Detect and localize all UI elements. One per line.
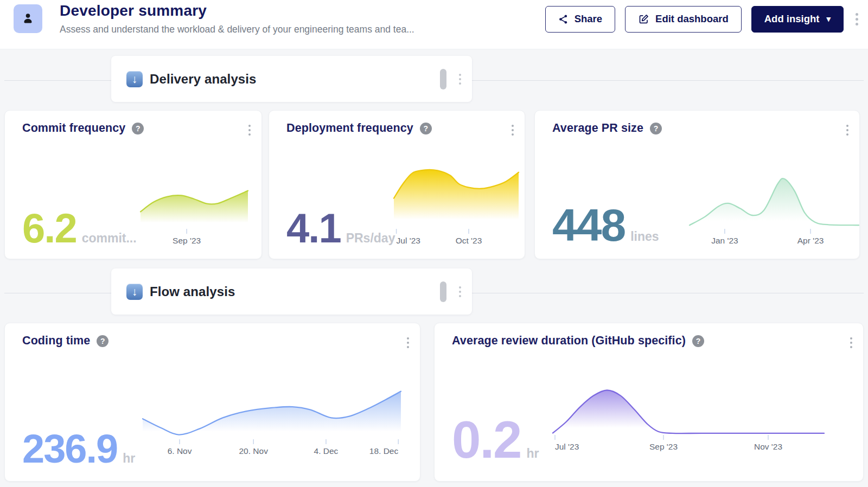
page-title: Developer summary: [60, 2, 207, 20]
page-header: Developer summary Assess and understand …: [0, 0, 868, 49]
person-icon: [21, 11, 35, 26]
card-menu-kebab-icon[interactable]: [246, 123, 253, 138]
metric-unit: hr: [526, 446, 539, 461]
metric-unit: hr: [123, 451, 135, 466]
area-fill: [143, 392, 401, 439]
card-commit-frequency: Commit frequency ? Sep '23 6.2 commit...: [4, 110, 262, 259]
axis-tick-label: 6. Nov: [168, 446, 192, 456]
card-menu-kebab-icon[interactable]: [848, 335, 854, 350]
sparkline-svg: Jul '23Oct '23: [394, 166, 519, 247]
metric-unit: commit...: [82, 231, 137, 246]
section-menu-kebab-icon[interactable]: [457, 72, 463, 87]
section-label: Delivery analysis: [150, 72, 257, 87]
section-label: Flow analysis: [150, 284, 235, 299]
area-fill: [690, 178, 859, 228]
axis-tick-label: Oct '23: [456, 236, 482, 245]
sparkline-chart: Jul '23Sep '23Nov '23: [553, 387, 824, 453]
axis-tick-label: 20. Nov: [239, 446, 268, 456]
drag-handle[interactable]: [440, 281, 446, 302]
card-average-pr-size: Average PR size ? Jan '23Apr '23 448 lin…: [534, 110, 860, 259]
sparkline-chart: Jan '23Apr '23: [690, 174, 859, 247]
help-icon[interactable]: ?: [692, 335, 704, 347]
help-icon[interactable]: ?: [132, 123, 144, 134]
help-icon[interactable]: ?: [650, 123, 662, 134]
axis-tick-label: Jul '23: [397, 236, 420, 245]
section-header-delivery-analysis: ↓ Delivery analysis: [111, 56, 472, 102]
card-deployment-frequency: Deployment frequency ? Jul '23Oct '23 4.…: [269, 110, 525, 259]
metric-value: 448: [552, 202, 625, 248]
avatar: [14, 4, 42, 33]
card-coding-time: Coding time ? 6. Nov20. Nov4. Dec18. Dec…: [4, 323, 420, 482]
metric-unit: PRs/day: [346, 231, 395, 246]
edit-icon: [638, 14, 649, 25]
sparkline-svg: Sep '23: [141, 187, 248, 247]
area-fill: [553, 390, 824, 434]
share-icon: [558, 14, 569, 24]
metric-value: 4.1: [286, 208, 341, 249]
help-icon[interactable]: ?: [97, 335, 108, 347]
sparkline-svg: Jul '23Sep '23Nov '23: [553, 387, 824, 453]
add-insight-button-label: Add insight: [764, 13, 820, 25]
share-button[interactable]: Share: [545, 6, 615, 33]
axis-tick-label: Sep '23: [173, 236, 201, 245]
sparkline-chart: 6. Nov20. Nov4. Dec18. Dec: [143, 387, 401, 457]
metric-value: 236.9: [22, 429, 117, 469]
card-title: Average PR size: [552, 121, 643, 135]
header-actions: Share Edit dashboard Add insight ▾: [545, 5, 860, 33]
axis-tick-label: Jul '23: [555, 442, 579, 451]
add-insight-button[interactable]: Add insight ▾: [751, 6, 844, 33]
edit-dashboard-button[interactable]: Edit dashboard: [625, 6, 742, 33]
dashboard-page: { "header": { "title": "Developer summar…: [0, 0, 868, 487]
card-menu-kebab-icon[interactable]: [844, 123, 851, 138]
sparkline-chart: Sep '23: [141, 187, 248, 247]
down-arrow-icon: ↓: [126, 284, 143, 300]
axis-tick-label: 18. Dec: [369, 446, 399, 456]
sparkline-svg: 6. Nov20. Nov4. Dec18. Dec: [143, 387, 401, 457]
axis-tick-label: Sep '23: [649, 442, 678, 451]
drag-handle[interactable]: [440, 69, 446, 89]
metric-value: 6.2: [22, 208, 76, 249]
sparkline-chart: Jul '23Oct '23: [394, 166, 519, 247]
edit-dashboard-button-label: Edit dashboard: [655, 13, 729, 25]
chevron-down-icon: ▾: [826, 14, 831, 24]
axis-tick-label: Apr '23: [797, 236, 824, 245]
axis-tick-label: 4. Dec: [314, 446, 339, 456]
down-arrow-icon: ↓: [126, 71, 143, 87]
card-title: Average review duration (GitHub specific…: [452, 334, 686, 348]
card-title: Coding time: [22, 334, 90, 348]
card-menu-kebab-icon[interactable]: [405, 335, 411, 350]
area-fill: [394, 170, 519, 228]
axis-tick-label: Jan '23: [711, 236, 738, 245]
axis-tick-label: Nov '23: [754, 442, 782, 451]
card-average-review-duration: Average review duration (GitHub specific…: [434, 323, 864, 482]
card-title: Deployment frequency: [286, 121, 413, 135]
page-menu-kebab-icon[interactable]: [853, 11, 860, 28]
card-menu-kebab-icon[interactable]: [509, 123, 516, 138]
metric-value: 0.2: [452, 414, 521, 466]
share-button-label: Share: [575, 13, 602, 25]
page-subtitle: Assess and understand the workload & del…: [60, 24, 414, 35]
help-icon[interactable]: ?: [420, 123, 432, 134]
area-fill: [141, 191, 248, 228]
sparkline-svg: Jan '23Apr '23: [690, 174, 859, 247]
metric-unit: lines: [630, 229, 659, 244]
card-title: Commit frequency: [22, 121, 125, 135]
section-menu-kebab-icon[interactable]: [457, 284, 463, 299]
section-header-flow-analysis: ↓ Flow analysis: [111, 268, 472, 315]
